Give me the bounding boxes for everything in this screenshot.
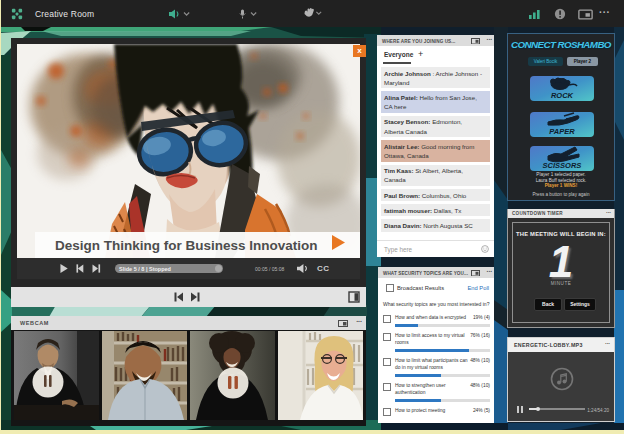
svg-text:PAPER: PAPER xyxy=(549,127,575,136)
svg-text:Design Thinking for Business I: Design Thinking for Business Innovation xyxy=(55,238,318,253)
svg-text:SCISSORS: SCISSORS xyxy=(543,161,582,170)
svg-text:ROCK: ROCK xyxy=(551,91,574,100)
